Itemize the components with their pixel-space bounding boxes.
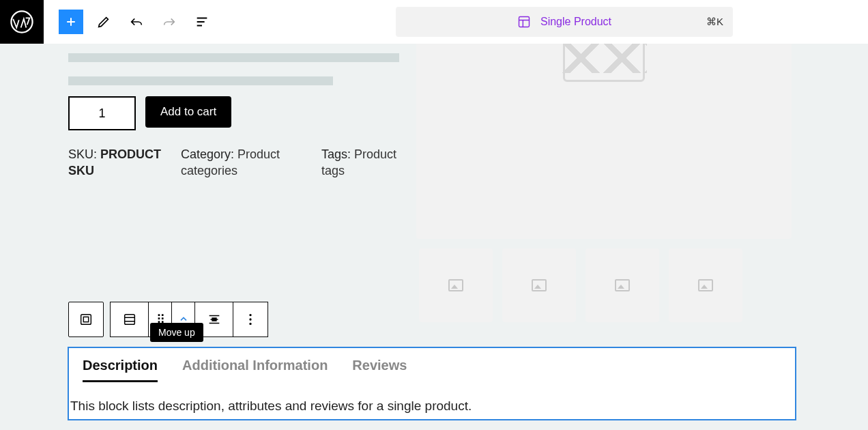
template-selector[interactable]: Single Product ⌘K xyxy=(396,7,733,37)
tab-reviews[interactable]: Reviews xyxy=(352,358,407,382)
svg-rect-5 xyxy=(212,317,216,321)
image-icon xyxy=(532,279,547,291)
image-icon xyxy=(448,279,463,291)
gallery-thumb[interactable] xyxy=(669,248,742,322)
block-type-button[interactable] xyxy=(110,302,148,337)
text-placeholder xyxy=(68,53,399,62)
gallery-thumb[interactable] xyxy=(585,248,659,322)
category-meta: Category: Product categories xyxy=(181,146,290,180)
block-inserter-button[interactable] xyxy=(59,10,83,34)
edit-tool-button[interactable] xyxy=(91,10,116,34)
add-to-cart-button[interactable]: Add to cart xyxy=(145,96,231,128)
image-icon xyxy=(698,279,713,291)
image-icon xyxy=(615,279,630,291)
template-icon xyxy=(517,15,531,29)
quantity-input[interactable] xyxy=(68,96,136,130)
more-options-button[interactable] xyxy=(233,302,268,337)
product-details-block[interactable]: Description Additional Information Revie… xyxy=(68,347,796,420)
shortcut-hint: ⌘K xyxy=(706,16,723,28)
template-name: Single Product xyxy=(540,16,611,28)
svg-point-7 xyxy=(249,318,251,320)
tab-description[interactable]: Description xyxy=(83,358,158,382)
svg-point-6 xyxy=(249,314,251,316)
sku-meta: SKU: PRODUCT SKU xyxy=(68,146,171,180)
undo-button[interactable] xyxy=(124,10,149,34)
svg-rect-2 xyxy=(81,315,91,325)
wordpress-logo[interactable] xyxy=(0,0,44,44)
block-description: This block lists description, attributes… xyxy=(70,399,472,414)
tags-meta: Tags: Product tags xyxy=(321,146,410,180)
gallery-thumb[interactable] xyxy=(502,248,576,322)
gallery-thumb[interactable] xyxy=(419,248,493,322)
svg-rect-1 xyxy=(519,17,529,27)
svg-rect-4 xyxy=(124,315,134,325)
tooltip: Move up xyxy=(150,323,203,342)
tab-additional-info[interactable]: Additional Information xyxy=(182,358,328,382)
text-placeholder xyxy=(68,76,333,85)
parent-block-button[interactable] xyxy=(68,302,104,337)
redo-button[interactable] xyxy=(157,10,182,34)
list-view-button[interactable] xyxy=(190,10,214,34)
svg-point-8 xyxy=(249,323,251,325)
svg-rect-3 xyxy=(83,317,88,321)
